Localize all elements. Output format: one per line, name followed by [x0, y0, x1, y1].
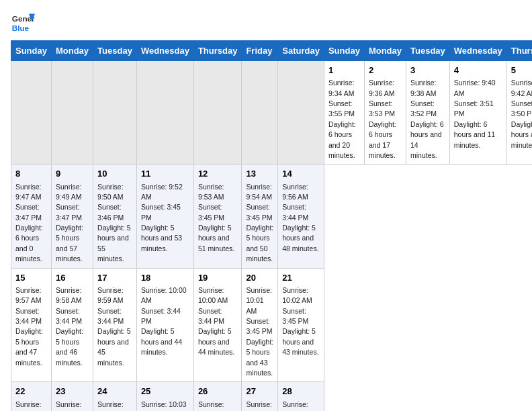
day-number: 1 [328, 64, 360, 77]
calendar-cell: 5 Sunrise: 9:42 AMSunset: 3:50 PMDayligh… [506, 61, 532, 165]
day-number: 19 [198, 272, 238, 284]
sunrise-text: Sunrise: 9:47 AMSunset: 3:47 PMDaylight:… [15, 183, 43, 263]
sunrise-text: Sunrise: 10:02 AMSunset: 3:45 PMDaylight… [282, 286, 318, 356]
calendar-cell: 18 Sunrise: 10:00 AMSunset: 3:44 PMDayli… [136, 268, 193, 382]
day-number: 4 [454, 64, 502, 77]
day-number: 27 [246, 385, 273, 398]
sunrise-text: Sunrise: 9:40 AMSunset: 3:51 PMDaylight:… [454, 79, 496, 148]
calendar-cell [51, 61, 93, 165]
calendar-cell [242, 61, 278, 165]
calendar-table: SundayMondayTuesdayWednesdayThursdayFrid… [11, 40, 532, 411]
calendar-cell: 3 Sunrise: 9:38 AMSunset: 3:52 PMDayligh… [406, 61, 450, 165]
calendar-header-row: SundayMondayTuesdayWednesdayThursdayFrid… [11, 41, 533, 61]
sunrise-text: Sunrise: 10:01 AMSunset: 3:45 PMDaylight… [246, 286, 273, 377]
sunrise-text: Sunrise: 10:00 AMSunset: 3:44 PMDaylight… [198, 286, 234, 356]
header-monday: Monday [51, 41, 93, 61]
calendar-cell: 15 Sunrise: 9:57 AMSunset: 3:44 PMDaylig… [11, 268, 52, 382]
calendar-cell: 23 Sunrise: 10:02 AMSunset: 3:46 PMDayli… [51, 382, 93, 411]
calendar-cell: 10 Sunrise: 9:50 AMSunset: 3:46 PMDaylig… [93, 165, 137, 268]
sunrise-text: Sunrise: 9:49 AMSunset: 3:47 PMDaylight:… [56, 183, 83, 263]
sunrise-text: Sunrise: 9:38 AMSunset: 3:52 PMDaylight:… [410, 79, 444, 159]
header-saturday: Saturday [278, 41, 324, 61]
calendar-week-row: 15 Sunrise: 9:57 AMSunset: 3:44 PMDaylig… [11, 268, 533, 382]
day-number: 24 [97, 385, 132, 398]
header-friday: Friday [242, 41, 278, 61]
day-number: 26 [198, 385, 238, 398]
header-sunday: Sunday [11, 41, 52, 61]
calendar-cell [11, 61, 52, 165]
sunrise-text: Sunrise: 9:59 AMSunset: 3:44 PMDaylight:… [97, 286, 131, 367]
logo: General Blue [11, 11, 35, 35]
calendar-cell: 14 Sunrise: 9:56 AMSunset: 3:44 PMDaylig… [278, 165, 324, 268]
day-number: 5 [511, 64, 532, 77]
day-number: 10 [97, 168, 132, 180]
day-number: 23 [56, 385, 89, 398]
day-number: 14 [282, 168, 320, 180]
calendar-cell: 8 Sunrise: 9:47 AMSunset: 3:47 PMDayligh… [11, 165, 52, 268]
calendar-cell: 26 Sunrise: 10:03 AMSunset: 3:49 PMDayli… [193, 382, 242, 411]
calendar-cell: 17 Sunrise: 9:59 AMSunset: 3:44 PMDaylig… [93, 268, 137, 382]
calendar-cell [93, 61, 137, 165]
day-number: 13 [246, 168, 273, 180]
sunrise-text: Sunrise: 9:34 AMSunset: 3:55 PMDaylight:… [328, 79, 356, 159]
day-number: 17 [97, 272, 132, 284]
calendar-cell: 9 Sunrise: 9:49 AMSunset: 3:47 PMDayligh… [51, 165, 93, 268]
sunrise-text: Sunrise: 9:56 AMSunset: 3:44 PMDaylight:… [282, 183, 318, 253]
day-number: 3 [410, 64, 445, 77]
sunrise-text: Sunrise: 10:03 AMSunset: 3:48 PMDaylight… [141, 400, 187, 411]
sunrise-text: Sunrise: 9:42 AMSunset: 3:50 PMDaylight:… [511, 79, 532, 148]
day-number: 2 [369, 64, 402, 77]
calendar-cell: 20 Sunrise: 10:01 AMSunset: 3:45 PMDayli… [242, 268, 278, 382]
calendar-cell [136, 61, 193, 165]
calendar-week-row: 1 Sunrise: 9:34 AMSunset: 3:55 PMDayligh… [11, 61, 533, 165]
calendar-cell: 21 Sunrise: 10:02 AMSunset: 3:45 PMDayli… [278, 268, 324, 382]
calendar-cell: 16 Sunrise: 9:58 AMSunset: 3:44 PMDaylig… [51, 268, 93, 382]
calendar-cell: 11 Sunrise: 9:52 AMSunset: 3:45 PMDaylig… [136, 165, 193, 268]
header-monday: Monday [364, 41, 406, 61]
calendar-cell: 12 Sunrise: 9:53 AMSunset: 3:45 PMDaylig… [193, 165, 242, 268]
day-number: 25 [141, 385, 189, 398]
sunrise-text: Sunrise: 10:02 AMSunset: 3:46 PMDaylight… [56, 400, 85, 411]
day-number: 18 [141, 272, 189, 284]
calendar-cell: 28 Sunrise: 10:03 AMSunset: 3:51 PMDayli… [278, 382, 324, 411]
logo-icon: General Blue [11, 11, 35, 35]
header-tuesday: Tuesday [406, 41, 450, 61]
calendar-cell: 19 Sunrise: 10:00 AMSunset: 3:44 PMDayli… [193, 268, 242, 382]
calendar-cell: 24 Sunrise: 10:03 AMSunset: 3:47 PMDayli… [93, 382, 137, 411]
day-number: 9 [56, 168, 89, 180]
sunrise-text: Sunrise: 9:52 AMSunset: 3:45 PMDaylight:… [141, 183, 183, 253]
header-thursday: Thursday [506, 41, 532, 61]
sunrise-text: Sunrise: 9:36 AMSunset: 3:53 PMDaylight:… [369, 79, 396, 159]
header-wednesday: Wednesday [449, 41, 506, 61]
calendar-cell: 22 Sunrise: 10:02 AMSunset: 3:46 PMDayli… [11, 382, 52, 411]
sunrise-text: Sunrise: 9:53 AMSunset: 3:45 PMDaylight:… [198, 183, 234, 253]
sunrise-text: Sunrise: 10:03 AMSunset: 3:49 PMDaylight… [198, 400, 234, 411]
calendar-cell [193, 61, 242, 165]
calendar-cell: 1 Sunrise: 9:34 AMSunset: 3:55 PMDayligh… [324, 61, 364, 165]
header-thursday: Thursday [193, 41, 242, 61]
day-number: 11 [141, 168, 189, 180]
day-number: 8 [15, 168, 47, 180]
calendar-cell: 2 Sunrise: 9:36 AMSunset: 3:53 PMDayligh… [364, 61, 406, 165]
calendar-cell: 27 Sunrise: 10:03 AMSunset: 3:50 PMDayli… [242, 382, 278, 411]
header-sunday: Sunday [324, 41, 364, 61]
svg-text:Blue: Blue [12, 24, 30, 32]
sunrise-text: Sunrise: 10:03 AMSunset: 3:50 PMDaylight… [246, 400, 273, 411]
day-number: 22 [15, 385, 47, 398]
sunrise-text: Sunrise: 9:58 AMSunset: 3:44 PMDaylight:… [56, 286, 83, 367]
day-number: 15 [15, 272, 47, 284]
calendar-cell: 13 Sunrise: 9:54 AMSunset: 3:45 PMDaylig… [242, 165, 278, 268]
sunrise-text: Sunrise: 10:03 AMSunset: 3:51 PMDaylight… [282, 400, 318, 411]
day-number: 21 [282, 272, 320, 284]
day-number: 20 [246, 272, 273, 284]
day-number: 12 [198, 168, 238, 180]
sunrise-text: Sunrise: 10:02 AMSunset: 3:46 PMDaylight… [15, 400, 45, 411]
day-number: 16 [56, 272, 89, 284]
sunrise-text: Sunrise: 10:03 AMSunset: 3:47 PMDaylight… [97, 400, 131, 411]
header-tuesday: Tuesday [93, 41, 137, 61]
calendar-week-row: 22 Sunrise: 10:02 AMSunset: 3:46 PMDayli… [11, 382, 533, 411]
calendar-cell: 4 Sunrise: 9:40 AMSunset: 3:51 PMDayligh… [449, 61, 506, 165]
calendar-cell [278, 61, 324, 165]
sunrise-text: Sunrise: 9:54 AMSunset: 3:45 PMDaylight:… [246, 183, 273, 263]
calendar-cell: 25 Sunrise: 10:03 AMSunset: 3:48 PMDayli… [136, 382, 193, 411]
